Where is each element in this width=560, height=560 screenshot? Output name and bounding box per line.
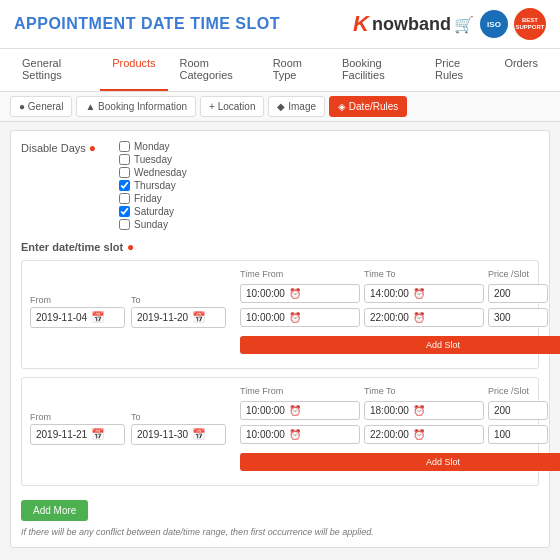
time-from-val-2-1: 10:00:00 [246, 405, 285, 416]
date-row-2: From 2019-11-21 📅 To 2019-11-30 📅 Tim [30, 386, 530, 471]
add-slot-btn-2[interactable]: Add Slot [240, 453, 560, 471]
slot-group-1: From 2019-11-04 📅 To 2019-11-20 📅 Tim [21, 260, 539, 369]
day-sunday[interactable]: Sunday [119, 219, 187, 230]
subnav-location[interactable]: + Location [200, 96, 264, 117]
time-from-1-2[interactable]: 10:00:00 ⏰ [240, 308, 360, 327]
nav-orders[interactable]: Orders [492, 49, 550, 91]
required-indicator: ● [89, 141, 96, 155]
price-input-2-1[interactable] [488, 401, 548, 420]
calendar-icon-1[interactable]: 📅 [91, 311, 105, 324]
add-slot-btn-1[interactable]: Add Slot [240, 336, 560, 354]
day-thursday[interactable]: Thursday [119, 180, 187, 191]
time-to-1-1[interactable]: 14:00:00 ⏰ [364, 284, 484, 303]
slot-group-2: From 2019-11-21 📅 To 2019-11-30 📅 Tim [21, 377, 539, 486]
time-from-val-1-2: 10:00:00 [246, 312, 285, 323]
checkbox-monday[interactable] [119, 141, 130, 152]
calendar-icon-2[interactable]: 📅 [192, 311, 206, 324]
to-label-2: To [131, 412, 226, 422]
nav-room-categories[interactable]: Room Categories [168, 49, 261, 91]
datetime-section: Enter date/time slot ● From 2019-11-04 📅… [21, 240, 539, 537]
checkbox-sunday[interactable] [119, 219, 130, 230]
to-date-value-1: 2019-11-20 [137, 312, 188, 323]
to-label-1: To [131, 295, 226, 305]
note-text: If there will be any conflict between da… [21, 527, 539, 537]
logo-text: nowband [372, 14, 451, 35]
knowband-logo: K nowband 🛒 [353, 11, 474, 37]
th-time-from-2: Time From [240, 386, 360, 396]
datetime-label: Enter date/time slot [21, 241, 123, 253]
from-date-input-2[interactable]: 2019-11-21 📅 [30, 424, 125, 445]
time-slot-header-2: Time From Time To Price /Slot Quantity /… [240, 386, 560, 396]
time-to-2-2[interactable]: 22:00:00 ⏰ [364, 425, 484, 444]
price-input-2-2[interactable] [488, 425, 548, 444]
subnav-date-rules[interactable]: ◈ Date/Rules [329, 96, 407, 117]
nav-price-rules[interactable]: Price Rules [423, 49, 492, 91]
clock-icon-8: ⏰ [413, 429, 425, 440]
nav-room-type[interactable]: Room Type [261, 49, 330, 91]
clock-icon-3: ⏰ [289, 312, 301, 323]
day-saturday[interactable]: Saturday [119, 206, 187, 217]
day-wednesday[interactable]: Wednesday [119, 167, 187, 178]
content-area: Disable Days ● Monday Tuesday Wednesday … [10, 130, 550, 548]
time-from-2-1[interactable]: 10:00:00 ⏰ [240, 401, 360, 420]
from-label-2: From [30, 412, 125, 422]
checkbox-saturday[interactable] [119, 206, 130, 217]
time-cols-1: Time From Time To Price /Slot Quantity /… [240, 269, 560, 354]
required-dot: ● [127, 240, 134, 254]
th-time-to-1: Time To [364, 269, 484, 279]
logo-area: K nowband 🛒 ISO BESTSUPPORT [353, 8, 546, 40]
calendar-icon-3[interactable]: 📅 [91, 428, 105, 441]
th-price-2: Price /Slot [488, 386, 558, 396]
time-to-2-1[interactable]: 18:00:00 ⏰ [364, 401, 484, 420]
page-title: APPOINTMENT DATE TIME SLOT [14, 15, 280, 33]
th-time-to-2: Time To [364, 386, 484, 396]
nav-general-settings[interactable]: General Settings [10, 49, 100, 91]
to-date-input-1[interactable]: 2019-11-20 📅 [131, 307, 226, 328]
add-more-button[interactable]: Add More [21, 500, 88, 521]
time-row-1-2: 10:00:00 ⏰ 22:00:00 ⏰ ✕ [240, 308, 560, 327]
to-date-input-2[interactable]: 2019-11-30 📅 [131, 424, 226, 445]
calendar-icon-4[interactable]: 📅 [192, 428, 206, 441]
time-row-2-2: 10:00:00 ⏰ 22:00:00 ⏰ ✕ [240, 425, 560, 444]
from-date-input-1[interactable]: 2019-11-04 📅 [30, 307, 125, 328]
clock-icon-6: ⏰ [413, 405, 425, 416]
from-field-2: From 2019-11-21 📅 [30, 412, 125, 445]
days-list: Monday Tuesday Wednesday Thursday Friday… [119, 141, 187, 230]
subnav-image[interactable]: ◆ Image [268, 96, 325, 117]
nav-booking-facilities[interactable]: Booking Facilities [330, 49, 423, 91]
checkbox-tuesday[interactable] [119, 154, 130, 165]
time-from-1-1[interactable]: 10:00:00 ⏰ [240, 284, 360, 303]
clock-icon-4: ⏰ [413, 312, 425, 323]
date-row-1: From 2019-11-04 📅 To 2019-11-20 📅 Tim [30, 269, 530, 354]
time-to-val-1-1: 14:00:00 [370, 288, 409, 299]
clock-icon-1: ⏰ [289, 288, 301, 299]
time-from-val-1-1: 10:00:00 [246, 288, 285, 299]
price-input-1-1[interactable] [488, 284, 548, 303]
day-monday[interactable]: Monday [119, 141, 187, 152]
to-field-1: To 2019-11-20 📅 [131, 295, 226, 328]
day-friday[interactable]: Friday [119, 193, 187, 204]
from-date-value-2: 2019-11-21 [36, 429, 87, 440]
logo-k: K [353, 11, 369, 37]
day-tuesday[interactable]: Tuesday [119, 154, 187, 165]
checkbox-thursday[interactable] [119, 180, 130, 191]
nav-products[interactable]: Products [100, 49, 167, 91]
subnav-general[interactable]: ● General [10, 96, 72, 117]
iso-badge: ISO [480, 10, 508, 38]
disable-days-label: Disable Days ● [21, 141, 111, 155]
time-to-1-2[interactable]: 22:00:00 ⏰ [364, 308, 484, 327]
checkbox-wednesday[interactable] [119, 167, 130, 178]
from-label-1: From [30, 295, 125, 305]
subnav-booking-info[interactable]: ▲ Booking Information [76, 96, 196, 117]
price-input-1-2[interactable] [488, 308, 548, 327]
to-date-value-2: 2019-11-30 [137, 429, 188, 440]
clock-icon-2: ⏰ [413, 288, 425, 299]
time-from-2-2[interactable]: 10:00:00 ⏰ [240, 425, 360, 444]
checkbox-friday[interactable] [119, 193, 130, 204]
header: APPOINTMENT DATE TIME SLOT K nowband 🛒 I… [0, 0, 560, 49]
support-badge: BESTSUPPORT [514, 8, 546, 40]
time-to-val-2-2: 22:00:00 [370, 429, 409, 440]
clock-icon-7: ⏰ [289, 429, 301, 440]
time-slot-header-1: Time From Time To Price /Slot Quantity /… [240, 269, 560, 279]
th-time-from-1: Time From [240, 269, 360, 279]
